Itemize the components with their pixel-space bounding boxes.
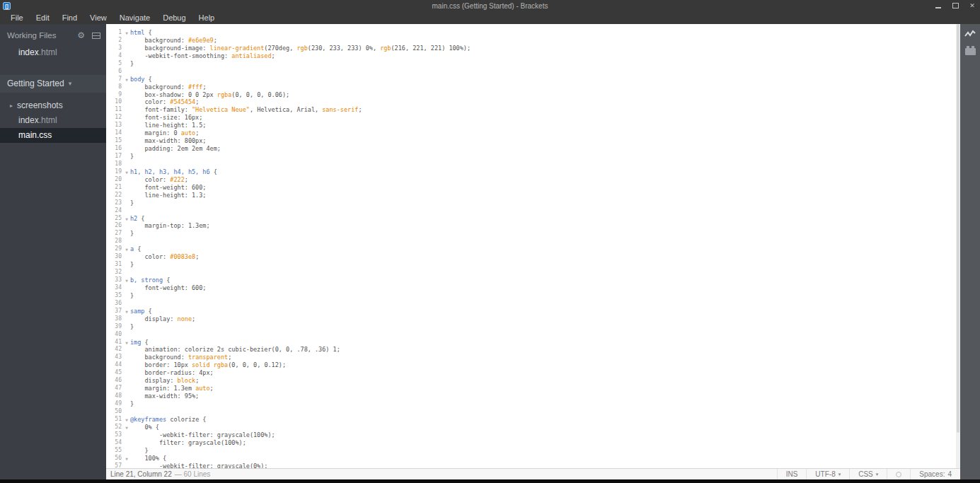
tree-file-index.html[interactable]: index.html xyxy=(0,113,106,128)
fold-arrow-icon[interactable]: ▼ xyxy=(123,245,130,253)
fold-gutter xyxy=(123,369,130,377)
overwrite-toggle[interactable]: INS xyxy=(777,469,807,479)
fold-arrow-icon[interactable]: ▼ xyxy=(123,29,130,37)
minimize-button[interactable] xyxy=(933,1,943,10)
fold-gutter xyxy=(123,238,130,245)
line-number: 34 xyxy=(106,284,123,292)
lint-status[interactable] xyxy=(887,469,910,479)
menu-help[interactable]: Help xyxy=(192,12,221,23)
line-number: 3 xyxy=(106,45,123,52)
code-line-53: 53 -webkit-filter: grayscale(100%); xyxy=(106,431,956,439)
tree-folder-screenshots[interactable]: ▸screenshots xyxy=(0,98,106,113)
fold-gutter xyxy=(123,192,130,199)
code-line-45: 45 border-radius: 4px; xyxy=(106,369,956,377)
fold-arrow-icon[interactable]: ▼ xyxy=(123,424,130,431)
encoding-dropdown[interactable]: UTF-8 ▾ xyxy=(806,469,849,479)
working-file-index.html[interactable]: index.html xyxy=(0,45,106,61)
code-line-18: 18 xyxy=(106,161,956,168)
code-line-2: 2 background: #e6e9e9; xyxy=(106,37,956,45)
line-number: 9 xyxy=(106,91,123,99)
code-text: -webkit-font-smoothing: antialiased; xyxy=(130,52,956,60)
fold-arrow-icon[interactable]: ▼ xyxy=(123,455,130,462)
fold-arrow-icon[interactable]: ▼ xyxy=(123,308,130,315)
fold-arrow-icon[interactable]: ▼ xyxy=(123,76,130,83)
fold-arrow-icon[interactable]: ▼ xyxy=(123,339,130,347)
code-line-48: 48 max-width: 95%; xyxy=(106,392,956,400)
menu-edit[interactable]: Edit xyxy=(30,12,56,23)
menu-debug[interactable]: Debug xyxy=(156,12,192,23)
line-number: 28 xyxy=(106,238,123,245)
fold-gutter xyxy=(123,331,130,339)
line-number: 7 xyxy=(106,76,123,83)
fold-gutter xyxy=(123,106,130,114)
close-button[interactable]: ✕ xyxy=(967,1,977,10)
code-text: border-radius: 4px; xyxy=(130,369,956,377)
line-number: 25 xyxy=(106,215,123,223)
sidebar: Working Files ⚙ index.html Getting Start… xyxy=(0,24,106,479)
gear-icon[interactable]: ⚙ xyxy=(77,30,85,40)
chevron-down-icon: ▾ xyxy=(838,472,841,477)
editor-scrollbar[interactable] xyxy=(956,24,960,468)
code-text: html { xyxy=(130,29,956,37)
code-line-51: 51▼@keyframes colorize { xyxy=(106,416,956,424)
code-line-26: 26 margin-top: 1.3em; xyxy=(106,222,956,230)
menu-navigate[interactable]: Navigate xyxy=(113,12,156,23)
line-number: 11 xyxy=(106,106,123,114)
fold-arrow-icon[interactable]: ▼ xyxy=(123,277,130,284)
language-dropdown[interactable]: CSS ▾ xyxy=(849,469,887,479)
code-line-31: 31} xyxy=(106,261,956,269)
cursor-position: Line 21, Column 22 xyxy=(110,470,172,478)
code-line-14: 14 margin: 0 auto; xyxy=(106,129,956,137)
code-line-57: 57 -webkit-filter: grayscale(0%); xyxy=(106,462,956,469)
line-number: 35 xyxy=(106,292,123,300)
brackets-window: [] main.css (Getting Started) - Brackets… xyxy=(0,0,980,483)
fold-gutter xyxy=(123,45,130,52)
tree-file-main.css[interactable]: main.css xyxy=(0,128,106,143)
line-number: 26 xyxy=(106,222,123,230)
fold-arrow-icon[interactable]: ▼ xyxy=(123,168,130,176)
code-text: line-height: 1.5; xyxy=(130,122,956,129)
code-line-55: 55 } xyxy=(106,447,956,455)
code-text: margin-top: 1.3em; xyxy=(130,222,956,230)
indent-settings[interactable]: Spaces: 4 xyxy=(910,469,960,479)
code-text xyxy=(130,238,956,245)
code-text: box-shadow: 0 0 2px rgba(0, 0, 0, 0.06); xyxy=(130,91,956,99)
project-dropdown[interactable]: Getting Started ▾ xyxy=(0,75,106,93)
fold-gutter xyxy=(123,145,130,153)
code-text: font-size: 16px; xyxy=(130,114,956,122)
code-text xyxy=(130,207,956,215)
menu-find[interactable]: Find xyxy=(56,12,83,23)
fold-arrow-icon[interactable]: ▼ xyxy=(123,215,130,223)
line-number: 38 xyxy=(106,315,123,323)
menu-file[interactable]: File xyxy=(4,12,30,23)
split-view-icon[interactable] xyxy=(92,33,100,39)
fold-gutter xyxy=(123,222,130,230)
code-text: background: #e6e9e9; xyxy=(130,37,956,45)
line-number: 55 xyxy=(106,447,123,455)
fold-gutter xyxy=(123,385,130,392)
code-editor[interactable]: 1▼html {2 background: #e6e9e9;3 backgrou… xyxy=(106,24,956,468)
fold-arrow-icon[interactable]: ▼ xyxy=(123,416,130,424)
right-toolbar xyxy=(960,24,980,479)
code-text: filter: grayscale(100%); xyxy=(130,439,956,447)
code-line-6: 6 xyxy=(106,68,956,76)
extension-manager-icon[interactable] xyxy=(965,48,976,55)
code-line-50: 50 xyxy=(106,408,956,416)
fold-gutter xyxy=(123,161,130,168)
code-line-1: 1▼html { xyxy=(106,29,956,37)
window-title: main.css (Getting Started) - Brackets xyxy=(0,2,980,10)
maximize-button[interactable] xyxy=(950,1,960,10)
code-line-38: 38 display: none; xyxy=(106,315,956,323)
code-line-15: 15 max-width: 800px; xyxy=(106,137,956,145)
fold-gutter xyxy=(123,230,130,238)
chevron-down-icon: ▾ xyxy=(876,472,879,477)
live-preview-icon[interactable] xyxy=(964,30,976,40)
line-number: 32 xyxy=(106,269,123,277)
project-name: Getting Started xyxy=(7,78,64,88)
code-line-7: 7▼body { xyxy=(106,76,956,83)
scrollbar-thumb[interactable] xyxy=(957,24,959,433)
line-number: 8 xyxy=(106,83,123,91)
menu-view[interactable]: View xyxy=(83,12,113,23)
line-number: 57 xyxy=(106,462,123,469)
fold-gutter xyxy=(123,462,130,469)
